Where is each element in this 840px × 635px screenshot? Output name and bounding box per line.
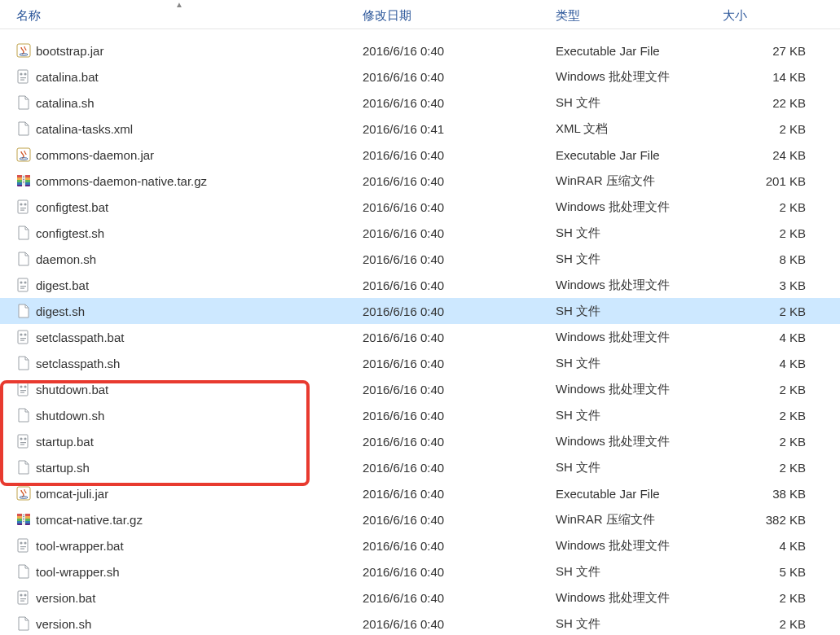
file-name-cell[interactable]: tomcat-native.tar.gz — [16, 512, 363, 527]
file-row[interactable]: bootstrap.jar2016/6/16 0:40Executable Ja… — [0, 37, 840, 64]
file-row[interactable]: digest.sh2016/6/16 0:40SH 文件2 KB — [0, 298, 840, 324]
bat-file-icon — [16, 199, 31, 214]
file-name-cell[interactable]: catalina.bat — [16, 69, 363, 84]
file-row[interactable]: shutdown.bat2016/6/16 0:40Windows 批处理文件2… — [0, 376, 840, 402]
column-header-type[interactable]: 类型 — [556, 5, 723, 24]
file-type-cell: SH 文件 — [556, 226, 723, 241]
file-row[interactable]: catalina-tasks.xml2016/6/16 0:41XML 文档2 … — [0, 116, 840, 142]
file-type-cell: Executable Jar File — [556, 44, 723, 58]
file-name-cell[interactable]: shutdown.sh — [16, 408, 363, 423]
file-row[interactable]: setclasspath.sh2016/6/16 0:40SH 文件4 KB — [0, 350, 840, 376]
file-name-cell[interactable]: digest.bat — [16, 278, 363, 292]
file-name-cell[interactable]: version.sh — [16, 616, 363, 631]
file-name-cell[interactable]: catalina-tasks.xml — [16, 121, 363, 136]
file-name-cell[interactable]: bootstrap.jar — [16, 43, 363, 58]
file-row[interactable]: catalina.sh2016/6/16 0:40SH 文件22 KB — [0, 90, 840, 116]
column-header-date[interactable]: 修改日期 — [363, 5, 556, 24]
file-type-cell: Executable Jar File — [556, 487, 723, 501]
svg-point-26 — [20, 281, 22, 283]
bat-file-icon — [16, 278, 31, 292]
svg-rect-23 — [20, 208, 26, 208]
file-name-cell[interactable]: commons-daemon-native.tar.gz — [16, 173, 363, 188]
svg-rect-33 — [20, 338, 26, 339]
file-size-cell: 2 KB — [723, 617, 820, 631]
file-row[interactable]: configtest.bat2016/6/16 0:40Windows 批处理文… — [0, 194, 840, 220]
file-name-label: digest.bat — [36, 278, 89, 292]
file-type-cell: Windows 批处理文件 — [556, 382, 723, 397]
file-name-cell[interactable]: configtest.bat — [16, 199, 363, 214]
jar-file-icon — [16, 147, 31, 162]
bat-file-icon — [16, 330, 31, 344]
file-date-cell: 2016/6/16 0:40 — [363, 591, 556, 605]
sh-file-icon — [16, 616, 31, 631]
file-name-cell[interactable]: catalina.sh — [16, 95, 363, 110]
file-row[interactable]: daemon.sh2016/6/16 0:40SH 文件8 KB — [0, 246, 840, 272]
file-row[interactable]: startup.sh2016/6/16 0:40SH 文件2 KB — [0, 454, 840, 480]
svg-rect-53 — [23, 515, 24, 515]
file-row[interactable]: commons-daemon.jar2016/6/16 0:40Executab… — [0, 142, 840, 168]
file-type-cell: Windows 批处理文件 — [556, 434, 723, 449]
column-label-type: 类型 — [556, 8, 580, 22]
file-row[interactable]: version.sh2016/6/16 0:40SH 文件2 KB — [0, 611, 840, 635]
svg-rect-66 — [20, 598, 26, 599]
file-name-cell[interactable]: configtest.sh — [16, 226, 363, 240]
file-row[interactable]: tool-wrapper.sh2016/6/16 0:40SH 文件5 KB — [0, 558, 840, 585]
file-row[interactable]: commons-daemon-native.tar.gz2016/6/16 0:… — [0, 168, 840, 194]
file-name-label: setclasspath.sh — [36, 357, 120, 370]
rar-file-icon — [16, 173, 31, 188]
file-name-cell[interactable]: digest.sh — [16, 304, 363, 318]
svg-rect-5 — [20, 77, 26, 78]
svg-point-41 — [20, 437, 22, 440]
sh-file-icon — [16, 252, 31, 266]
file-row[interactable]: tomcat-juli.jar2016/6/16 0:40Executable … — [0, 480, 840, 506]
file-row[interactable]: catalina.bat2016/6/16 0:40Windows 批处理文件1… — [0, 64, 840, 90]
file-name-label: digest.sh — [36, 304, 85, 318]
sh-file-icon — [16, 408, 31, 423]
bat-file-icon — [16, 590, 31, 605]
file-name-cell[interactable]: daemon.sh — [16, 252, 363, 266]
file-name-cell[interactable]: version.bat — [16, 590, 363, 605]
file-type-cell: SH 文件 — [556, 95, 723, 111]
svg-rect-54 — [23, 516, 24, 517]
file-date-cell: 2016/6/16 0:40 — [363, 435, 556, 449]
svg-point-31 — [20, 333, 22, 335]
file-row[interactable]: tool-wrapper.bat2016/6/16 0:40Windows 批处… — [0, 532, 840, 558]
file-name-cell[interactable]: tomcat-juli.jar — [16, 486, 363, 501]
file-name-label: configtest.sh — [36, 226, 104, 240]
file-name-cell[interactable]: setclasspath.sh — [16, 356, 363, 370]
file-name-label: startup.sh — [36, 461, 90, 475]
file-name-cell[interactable]: commons-daemon.jar — [16, 147, 363, 162]
file-name-cell[interactable]: startup.sh — [16, 460, 363, 475]
file-date-cell: 2016/6/16 0:40 — [363, 304, 556, 318]
file-size-cell: 27 KB — [723, 44, 820, 58]
file-row[interactable]: tomcat-native.tar.gz2016/6/16 0:40WinRAR… — [0, 506, 840, 532]
svg-point-21 — [20, 203, 22, 205]
file-name-cell[interactable]: startup.bat — [16, 434, 363, 449]
file-list: bootstrap.jar2016/6/16 0:40Executable Ja… — [0, 29, 840, 635]
file-name-cell[interactable]: tool-wrapper.bat — [16, 538, 363, 553]
column-header-name[interactable]: 名称 — [16, 5, 363, 24]
file-row[interactable]: digest.bat2016/6/16 0:40Windows 批处理文件3 K… — [0, 272, 840, 298]
file-size-cell: 4 KB — [723, 331, 820, 344]
file-name-cell[interactable]: setclasspath.bat — [16, 330, 363, 344]
file-row[interactable]: version.bat2016/6/16 0:40Windows 批处理文件2 … — [0, 585, 840, 611]
bat-file-icon — [16, 538, 31, 553]
file-type-cell: SH 文件 — [556, 616, 723, 632]
svg-rect-38 — [20, 390, 26, 391]
file-date-cell: 2016/6/16 0:40 — [363, 331, 556, 344]
file-row[interactable]: configtest.sh2016/6/16 0:40SH 文件2 KB — [0, 220, 840, 246]
file-row[interactable]: shutdown.sh2016/6/16 0:40SH 文件2 KB — [0, 402, 840, 428]
file-date-cell: 2016/6/16 0:40 — [363, 409, 556, 423]
svg-rect-35 — [18, 383, 28, 396]
file-size-cell: 4 KB — [723, 539, 820, 553]
file-name-cell[interactable]: tool-wrapper.sh — [16, 564, 363, 579]
jar-file-icon — [16, 43, 31, 58]
file-date-cell: 2016/6/16 0:41 — [363, 122, 556, 136]
file-row[interactable]: setclasspath.bat2016/6/16 0:40Windows 批处… — [0, 324, 840, 350]
file-name-cell[interactable]: shutdown.bat — [16, 382, 363, 396]
file-row[interactable]: startup.bat2016/6/16 0:40Windows 批处理文件2 … — [0, 428, 840, 454]
svg-point-59 — [20, 541, 22, 544]
file-date-cell: 2016/6/16 0:40 — [363, 565, 556, 579]
column-header-size[interactable]: 大小 — [723, 5, 820, 24]
file-type-cell: Windows 批处理文件 — [556, 278, 723, 293]
